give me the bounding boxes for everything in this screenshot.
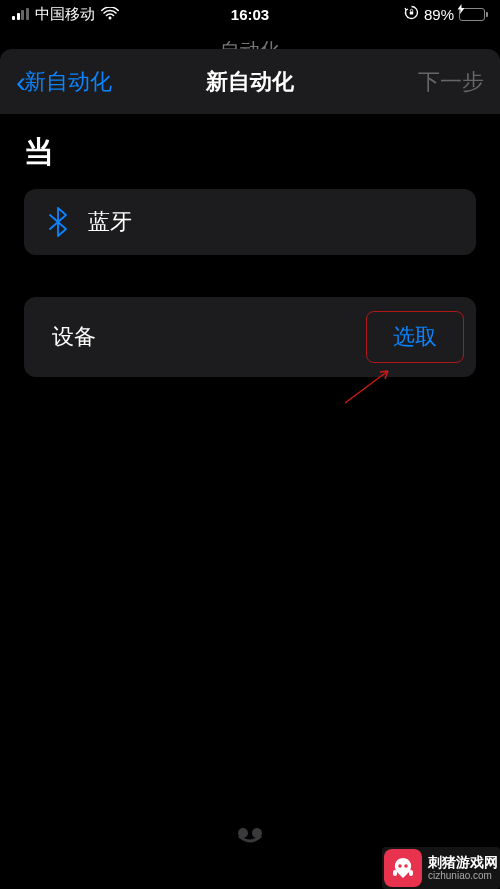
bluetooth-label: 蓝牙 xyxy=(88,207,132,237)
watermark: 刺猪游戏网 cizhuniao.com xyxy=(382,847,500,889)
select-device-button[interactable]: 选取 xyxy=(366,311,464,363)
modal-sheet: ‹ 新自动化 新自动化 下一步 当 蓝牙 设备 选取 xyxy=(0,49,500,889)
watermark-title: 刺猪游戏网 xyxy=(428,855,498,870)
svg-rect-0 xyxy=(410,12,413,15)
back-label: 新自动化 xyxy=(24,67,112,97)
home-hint-icon xyxy=(233,826,267,852)
svg-point-3 xyxy=(398,864,402,868)
page-title: 新自动化 xyxy=(206,67,294,97)
signal-icon xyxy=(12,8,29,20)
time-label: 16:03 xyxy=(231,6,269,23)
svg-point-4 xyxy=(404,864,408,868)
content-area: 当 蓝牙 设备 选取 xyxy=(0,114,500,889)
back-button[interactable]: ‹ 新自动化 xyxy=(16,67,112,97)
watermark-text: 刺猪游戏网 cizhuniao.com xyxy=(428,855,498,881)
device-card: 设备 选取 xyxy=(24,297,476,377)
battery-icon xyxy=(459,8,488,21)
status-bar: 中国移动 16:03 89% xyxy=(0,0,500,28)
svg-rect-5 xyxy=(393,870,397,876)
status-left: 中国移动 xyxy=(12,5,119,24)
svg-rect-6 xyxy=(409,870,413,876)
nav-bar: ‹ 新自动化 新自动化 下一步 xyxy=(0,49,500,114)
bluetooth-icon xyxy=(48,207,68,237)
device-label: 设备 xyxy=(52,322,96,352)
carrier-label: 中国移动 xyxy=(35,5,95,24)
wifi-icon xyxy=(101,6,119,23)
status-right: 89% xyxy=(404,5,488,23)
watermark-logo-icon xyxy=(384,849,422,887)
battery-percent: 89% xyxy=(424,6,454,23)
section-header-when: 当 xyxy=(24,132,476,173)
watermark-url: cizhuniao.com xyxy=(428,870,498,881)
bluetooth-card: 蓝牙 xyxy=(24,189,476,255)
next-button[interactable]: 下一步 xyxy=(418,67,484,97)
rotation-lock-icon xyxy=(404,5,419,23)
